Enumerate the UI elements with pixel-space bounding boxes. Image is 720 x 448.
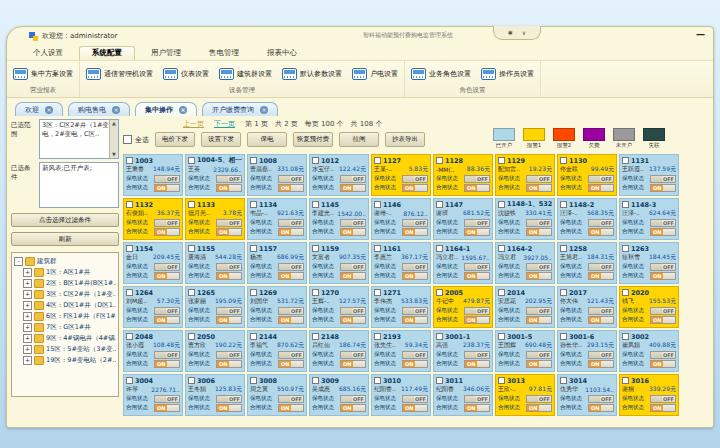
switch-state-toggle[interactable]: ON [588,404,614,412]
power-protect-toggle[interactable]: OFF [154,307,180,315]
expander-icon[interactable]: + [23,279,32,288]
card-checkbox[interactable] [126,333,133,340]
meter-card[interactable]: 1012 水宝仔.. 122.42元 保电状态 OFF 合闸状态 ON [309,154,369,196]
power-protect-toggle[interactable]: OFF [526,351,552,359]
toolbar-button[interactable]: 抄表导出 [385,132,425,147]
meter-card[interactable]: 3011 纪阳春 346.06元 保电状态 OFF 合闸状态 ON [433,374,493,416]
meter-card[interactable]: 3002 崔凤娟 409.88元 保电状态 OFF 合闸状态 ON [619,330,679,372]
card-checkbox[interactable] [250,157,257,164]
meter-card[interactable]: 1148-3 汪泽-.. 624.64元 保电状态 OFF 合闸状态 ON [619,198,679,240]
meter-card[interactable]: 2048 张小霞 108.48元 保电状态 OFF 合闸状态 ON [123,330,183,372]
card-checkbox[interactable] [622,157,629,164]
card-checkbox[interactable] [250,201,257,208]
meter-card[interactable]: 1004-5、相一 王英 2329.66.. 保电状态 OFF 合闸状态 ON [185,154,245,196]
meter-card[interactable]: 1157 杨杰 686.99元 保电状态 OFF 合闸状态 ON [247,242,307,284]
power-protect-toggle[interactable]: OFF [216,219,242,227]
switch-state-toggle[interactable]: ON [340,360,366,368]
ribbon-button[interactable]: 默认参数设置 [282,68,342,80]
switch-state-toggle[interactable]: ON [340,184,366,192]
card-checkbox[interactable] [498,245,505,252]
tree-item[interactable]: + 7区：G区1#井 [23,322,116,333]
card-checkbox[interactable] [312,245,319,252]
choose-filter-button[interactable]: 点击选择过滤条件 [11,213,119,227]
card-checkbox[interactable] [560,377,567,384]
switch-state-toggle[interactable]: ON [154,228,180,236]
switch-state-toggle[interactable]: ON [216,272,242,280]
power-protect-toggle[interactable]: OFF [402,351,428,359]
meter-card[interactable]: 3001-1 高强 238.37元 保电状态 OFF 合闸状态 ON [433,330,493,372]
switch-state-toggle[interactable]: ON [650,228,676,236]
card-checkbox[interactable] [188,289,195,296]
card-checkbox[interactable] [250,245,257,252]
card-checkbox[interactable] [126,201,133,208]
card-checkbox[interactable] [498,201,505,208]
power-protect-toggle[interactable]: OFF [278,351,304,359]
card-checkbox[interactable] [126,377,133,384]
ribbon-button[interactable]: 通信管理机设置 [86,68,153,80]
meter-card[interactable]: 1008 曹温磊.. 331.08元 保电状态 OFF 合闸状态 ON [247,154,307,196]
card-checkbox[interactable] [622,201,629,208]
power-protect-toggle[interactable]: OFF [464,351,490,359]
power-protect-toggle[interactable]: OFF [216,307,242,315]
expander-icon[interactable]: + [23,290,32,299]
power-protect-toggle[interactable]: OFF [650,395,676,403]
meter-card[interactable]: 3006 王冬娟 125.83元 保电状态 OFF 合闸状态 ON [185,374,245,416]
switch-state-toggle[interactable]: ON [650,272,676,280]
switch-state-toggle[interactable]: ON [278,184,304,192]
meter-card[interactable]: 2020 钱飞 155.53元 保电状态 OFF 合闸状态 ON [619,286,679,328]
meter-card[interactable]: 3014 仇秀华 1103.54.. 保电状态 OFF 合闸状态 ON [557,374,617,416]
meter-card[interactable]: 3010 纪阳春.. 117.49元 保电状态 OFF 合闸状态 ON [371,374,431,416]
card-checkbox[interactable] [374,201,381,208]
switch-state-toggle[interactable]: ON [588,316,614,324]
meter-card[interactable]: 1129 配知雷.. 19.23元 保电状态 OFF 合闸状态 ON [495,154,555,196]
document-tab[interactable]: 购电售电 × [68,102,130,117]
meter-card[interactable]: 1258 王旭君.. 184.31元 保电状态 OFF 合闸状态 ON [557,242,617,284]
meter-card[interactable]: 2014 安思花 202.95元 保电状态 OFF 合闸状态 ON [495,286,555,328]
meter-card[interactable]: 1159 文富者 907.35元 保电状态 OFF 合闸状态 ON [309,242,369,284]
scroll-up-icon[interactable]: ▲ [112,120,116,127]
switch-state-toggle[interactable]: ON [402,404,428,412]
meter-card[interactable]: 1131 王跃霞.. 137.59元 保电状态 OFF 合闸状态 ON [619,154,679,196]
switch-state-toggle[interactable]: ON [650,404,676,412]
power-protect-toggle[interactable]: OFF [464,307,490,315]
meter-card[interactable]: 2144 李福气 870.62元 保电状态 OFF 合闸状态 ON [247,330,307,372]
toolbar-button[interactable]: 保电 [247,132,287,147]
power-protect-toggle[interactable]: OFF [650,263,676,271]
power-protect-toggle[interactable]: OFF [154,219,180,227]
switch-state-toggle[interactable]: ON [216,316,242,324]
switch-state-toggle[interactable]: ON [464,184,490,192]
next-page-link[interactable]: 下一页 [214,119,235,129]
select-all-checkbox[interactable] [123,135,132,144]
card-checkbox[interactable] [250,333,257,340]
power-protect-toggle[interactable]: OFF [402,219,428,227]
expander-icon[interactable]: + [23,301,32,310]
selected-condition-box[interactable]: 新风表;已开户表; [39,162,119,208]
power-protect-toggle[interactable]: OFF [340,307,366,315]
meter-card[interactable]: 1003 王秉春 148.94元 保电状态 OFF 合闸状态 ON [123,154,183,196]
card-checkbox[interactable] [498,289,505,296]
tree-item[interactable]: + 4区：D区1#井（D区1.. [23,300,116,311]
switch-state-toggle[interactable]: ON [402,272,428,280]
prev-page-link[interactable]: 上一页 [183,119,204,129]
power-protect-toggle[interactable]: OFF [402,395,428,403]
switch-state-toggle[interactable]: ON [402,360,428,368]
power-protect-toggle[interactable]: OFF [278,175,304,183]
power-protect-toggle[interactable]: OFF [216,175,242,183]
card-checkbox[interactable] [188,157,195,164]
ribbon-tab[interactable]: 售电管理 [197,47,251,60]
tree-item[interactable]: + 1区：A区1#井 [23,267,116,278]
power-protect-toggle[interactable]: OFF [340,351,366,359]
tree-item[interactable]: + 2区：B区1#井(B区1#.. [23,278,116,289]
ribbon-button[interactable]: 业务角色设置 [411,68,471,80]
power-protect-toggle[interactable]: OFF [526,175,552,183]
card-checkbox[interactable] [126,289,133,296]
card-checkbox[interactable] [560,157,567,164]
meter-card[interactable]: 3001-5 王国辉 690.48元 保电状态 OFF 合闸状态 ON [495,330,555,372]
pin-icon[interactable]: ✱ [508,29,513,36]
meter-card[interactable]: 1161 李惠兰 367.17元 保电状态 OFF 合闸状态 ON [371,242,431,284]
card-checkbox[interactable] [498,157,505,164]
switch-state-toggle[interactable]: ON [278,316,304,324]
toolbar-button[interactable]: 恢复预付费 [293,132,333,147]
meter-card[interactable]: 1164-2 冯立君 3927.05.. 保电状态 OFF 合闸状态 ON [495,242,555,284]
power-protect-toggle[interactable]: OFF [216,351,242,359]
